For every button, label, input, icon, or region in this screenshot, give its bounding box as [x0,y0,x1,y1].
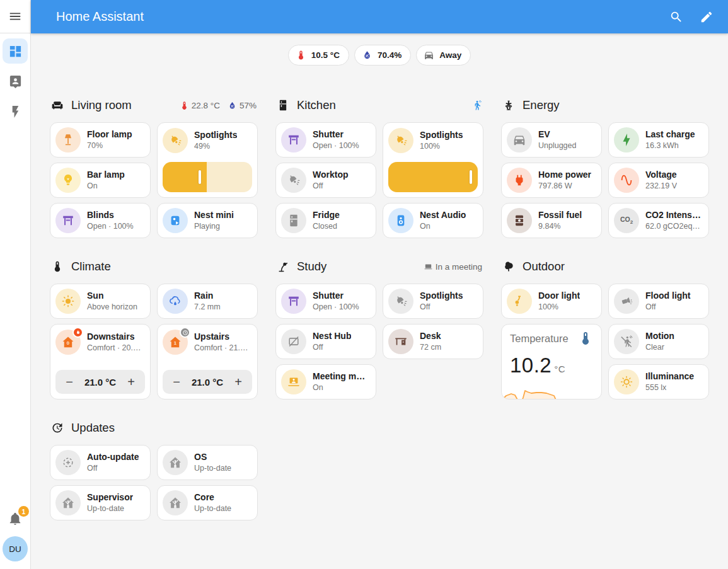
magnify-icon [669,10,683,24]
fire-badge [72,327,83,338]
speaker-mini-icon [168,214,182,227]
entity-texts: Nest HubOff [313,331,351,352]
spotlights-card[interactable]: Spotlights100% [383,122,483,198]
entity-icon-circle [281,127,306,152]
chip-car-presence[interactable]: Away [416,45,471,66]
chip-temperature[interactable]: 10.5 °C [288,45,349,66]
search-button[interactable] [664,4,689,30]
ev-card[interactable]: EVUnplugged [501,122,602,158]
sidebar-item-energy[interactable] [3,99,28,124]
bar-lamp-card[interactable]: Bar lampOn [50,163,151,198]
nest-hub-card[interactable]: Nest HubOff [275,324,376,359]
section-meta: 57% [228,101,257,110]
temp-increase-button[interactable]: + [228,372,248,392]
spot-light-icon [168,134,182,147]
last-charge-card[interactable]: Last charge16.3 kWh [608,122,709,158]
spotlights-card[interactable]: SpotlightsOff [383,284,483,319]
desk-card[interactable]: Desk72 cm [383,324,483,359]
desk-icon [394,335,408,348]
update-icon [51,422,64,434]
avatar-initials: DU [9,544,21,554]
voltage-card[interactable]: Voltage232.19 V [608,163,709,198]
entity-state: On [87,181,125,191]
barrel-icon [512,214,526,227]
floor-lamp-card[interactable]: Floor lamp70% [50,122,151,158]
edit-dashboard-button[interactable] [694,4,719,30]
sidebar-item-badge-account[interactable] [3,69,28,94]
rain-card[interactable]: Rain7.2 mm [157,284,258,319]
thermometer-icon [296,50,306,60]
entity-name: Spotlights [420,130,463,141]
house-num-icon: 1 [168,335,182,349]
clock-badge [180,327,190,338]
car-icon [512,133,526,147]
worktop-card[interactable]: WorktopOff [275,163,376,198]
temperature-card[interactable]: Temperature10.2°C [501,324,602,399]
core-card[interactable]: CoreUp-to-date [157,485,258,520]
door-light-card[interactable]: Door light100% [501,284,602,319]
slider-handle[interactable] [470,170,472,184]
slider-handle[interactable] [199,170,201,184]
section-header: StudyIn a meeting [275,257,483,276]
chip-humidity[interactable]: 70.4% [354,45,411,66]
temp-decrease-button[interactable]: − [166,372,187,392]
flood-light-card[interactable]: Flood lightOff [608,284,709,319]
temp-increase-button[interactable]: + [121,372,141,392]
entity-state: 16.3 kWh [645,141,695,151]
entity-name: Motion [645,331,674,342]
car-icon [424,50,434,60]
entity-icon-circle: 0 [55,330,81,355]
supervisor-card[interactable]: SupervisorUp-to-date [50,485,151,520]
entity-state: Clear [645,343,674,352]
nest-mini-card[interactable]: Nest miniPlaying [157,203,258,238]
entity-name: Rain [194,290,221,301]
home-power-card[interactable]: Home power797.86 W [501,163,602,198]
entity-state: Open · 100% [313,302,359,312]
entity-state: 49% [194,142,237,151]
entity-state: On [313,383,369,393]
auto-update-card[interactable]: Auto-updateOff [50,445,151,480]
user-avatar[interactable]: DU [3,536,28,561]
entity-texts: Spotlights49% [194,130,237,151]
notifications-button[interactable]: 1 [3,506,28,531]
entity-name: OS [194,452,231,463]
meeting-mode-card[interactable]: Meeting modeOn [275,364,376,399]
entity-name: Worktop [313,170,349,180]
entity-icon-circle [507,168,532,193]
sun-card[interactable]: SunAbove horizon [50,284,151,319]
entity-name: Spotlights [194,130,237,141]
shutter-card[interactable]: ShutterOpen · 100% [275,284,376,319]
entity-texts: Home power797.86 W [538,170,591,191]
blinds-card[interactable]: BlindsOpen · 100% [50,203,151,238]
motion-card[interactable]: MotionClear [608,324,709,359]
spotlights-card[interactable]: Spotlights49% [157,122,258,198]
brightness-slider[interactable] [388,162,478,192]
entity-icon-circle [614,168,639,193]
sidebar-item-dashboard[interactable] [3,38,28,64]
plug-icon [512,173,526,187]
shutter-card[interactable]: ShutterOpen · 100% [275,122,376,158]
nest-audio-card[interactable]: Nest AudioOn [383,203,483,238]
entity-texts: Flood lightOff [645,290,691,312]
illuminance-card[interactable]: Illuminance555 lx [608,364,709,399]
dashboard-content: 10.5 °C70.4%Away Living room22.8 °C57%Fl… [31,33,728,569]
upstairs-card[interactable]: 1UpstairsComfort · 21.7…−21.0 °C+ [157,324,258,399]
section-title: Living room [71,98,132,112]
fridge-card[interactable]: FridgeClosed [275,203,376,238]
speaker-icon [394,214,408,227]
entity-icon-circle [281,289,306,314]
menu-icon [8,9,22,23]
thermometer-icon [578,331,593,346]
temp-decrease-button[interactable]: − [59,372,79,392]
menu-button[interactable] [0,0,30,33]
brightness-slider[interactable] [163,162,252,192]
fossil-fuel-card[interactable]: Fossil fuel9.84% [501,203,602,238]
os-card[interactable]: OSUp-to-date [157,445,258,480]
status-chips: 10.5 °C70.4%Away [31,45,728,66]
downstairs-card[interactable]: 0DownstairsComfort · 20.8…−21.0 °C+ [50,324,151,399]
spot-light-icon [287,173,301,187]
co2-intensity-card[interactable]: CO2CO2 Intensity62.0 gCO2eq/… [608,203,709,238]
section-header: Climate [50,257,258,276]
entity-state: 555 lx [645,383,694,393]
section-cards: Auto-updateOffOSUp-to-dateSupervisorUp-t… [50,445,258,520]
